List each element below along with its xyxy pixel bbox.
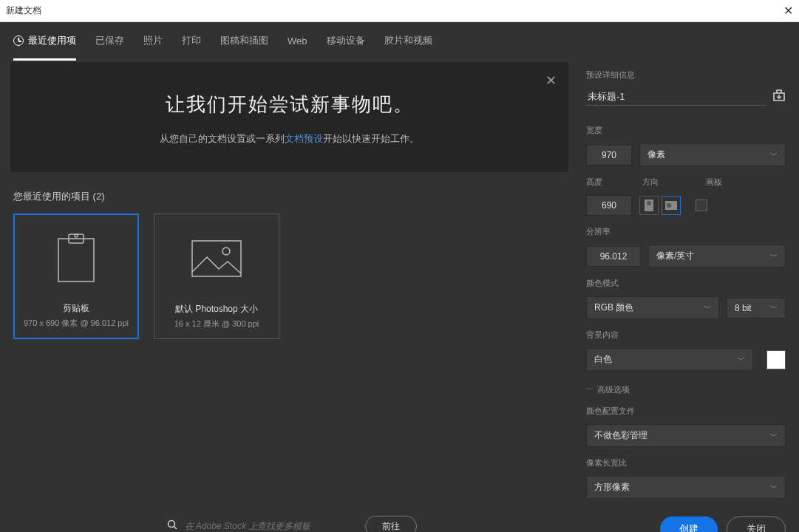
chevron-down-icon: ﹀ [770,150,778,160]
pixel-aspect-select[interactable]: 方形像素﹀ [586,476,786,499]
search-icon [167,519,177,532]
hero-close-icon[interactable]: ✕ [545,72,557,89]
svg-point-2 [75,234,78,237]
tab-mobile[interactable]: 移动设备 [327,22,365,59]
artboard-label: 画板 [706,177,722,188]
tab-print[interactable]: 打印 [182,22,201,59]
chevron-down-icon: ﹀ [770,303,778,313]
chevron-down-icon: ﹀ [770,482,778,493]
recent-items-label: 您最近使用的项目 (2) [13,190,565,203]
artboard-checkbox[interactable] [696,200,707,211]
bit-depth-select[interactable]: 8 bit﹀ [727,298,786,318]
card-title: 默认 Photoshop 大小 [175,303,258,316]
image-icon [191,239,242,278]
landscape-icon [665,201,677,210]
stock-search-box[interactable] [163,516,355,532]
svg-point-5 [168,521,174,528]
panel-header: 预设详细信息 [586,69,786,81]
chevron-down-icon: ﹀ [770,251,778,262]
portrait-icon [645,200,653,211]
advanced-options-toggle[interactable]: ﹀ 高级选项 [586,384,786,395]
doc-presets-link[interactable]: 文档预设 [285,133,323,144]
document-name-input[interactable] [586,88,766,106]
chevron-down-icon: ﹀ [704,303,711,313]
window-title: 新建文档 [6,4,41,17]
hero-subtitle: 从您自己的文档设置或一系列文档预设开始以快速开始工作。 [25,132,554,146]
color-profile-select[interactable]: 不做色彩管理﹀ [586,424,786,447]
chevron-down-icon: ﹀ [738,355,745,365]
tab-video[interactable]: 胶片和视频 [384,22,432,59]
background-color-swatch[interactable] [766,350,786,369]
width-label: 宽度 [586,125,786,136]
preset-card-clipboard[interactable]: 剪贴板 970 x 690 像素 @ 96.012 ppi [13,214,139,339]
window-close-icon[interactable]: ✕ [783,4,793,18]
background-select[interactable]: 白色﹀ [586,348,753,371]
create-button[interactable]: 创建 [660,516,718,532]
orientation-portrait-button[interactable] [639,196,659,215]
clock-icon [13,35,24,46]
svg-rect-0 [58,239,94,282]
tab-saved[interactable]: 已保存 [95,22,124,59]
resolution-input[interactable] [586,246,641,267]
window-titlebar: 新建文档 ✕ [0,0,799,22]
width-input[interactable] [586,145,632,166]
clipboard-icon [55,233,97,284]
svg-line-6 [174,527,177,530]
width-unit-select[interactable]: 像素﹀ [639,143,786,166]
resolution-label: 分辨率 [586,226,786,237]
resolution-unit-select[interactable]: 像素/英寸﹀ [648,245,786,267]
color-mode-label: 颜色模式 [586,278,786,289]
preset-card-default[interactable]: 默认 Photoshop 大小 16 x 12 厘米 @ 300 ppi [154,214,279,339]
tab-web[interactable]: Web [288,22,307,59]
hero-banner: ✕ 让我们开始尝试新事物吧。 从您自己的文档设置或一系列文档预设开始以快速开始工… [10,62,568,172]
hero-title: 让我们开始尝试新事物吧。 [25,92,554,117]
category-tabs: 最近使用项 已保存 照片 打印 图稿和插图 Web 移动设备 胶片和视频 [0,22,799,59]
svg-rect-3 [192,241,241,276]
chevron-down-icon: ﹀ [770,431,778,441]
orientation-label: 方向 [642,177,698,188]
background-label: 背景内容 [586,330,786,341]
height-label: 高度 [586,177,632,188]
tab-photo[interactable]: 照片 [143,22,163,59]
close-button[interactable]: 关闭 [727,516,786,532]
tab-art[interactable]: 图稿和插图 [220,22,268,59]
orientation-landscape-button[interactable] [662,196,681,215]
card-title: 剪贴板 [63,302,89,315]
tab-recent[interactable]: 最近使用项 [13,24,76,61]
card-meta: 970 x 690 像素 @ 96.012 ppi [24,318,129,329]
save-preset-icon[interactable] [772,89,786,105]
stock-search-input[interactable] [185,521,350,531]
chevron-down-icon: ﹀ [586,385,593,395]
card-meta: 16 x 12 厘米 @ 300 ppi [174,318,259,330]
svg-point-4 [222,248,230,255]
pixel-aspect-label: 像素长宽比 [586,457,786,468]
color-mode-select[interactable]: RGB 颜色﹀ [586,296,719,319]
height-input[interactable] [586,195,632,216]
stock-go-button[interactable]: 前往 [365,516,417,532]
color-profile-label: 颜色配置文件 [586,406,786,417]
